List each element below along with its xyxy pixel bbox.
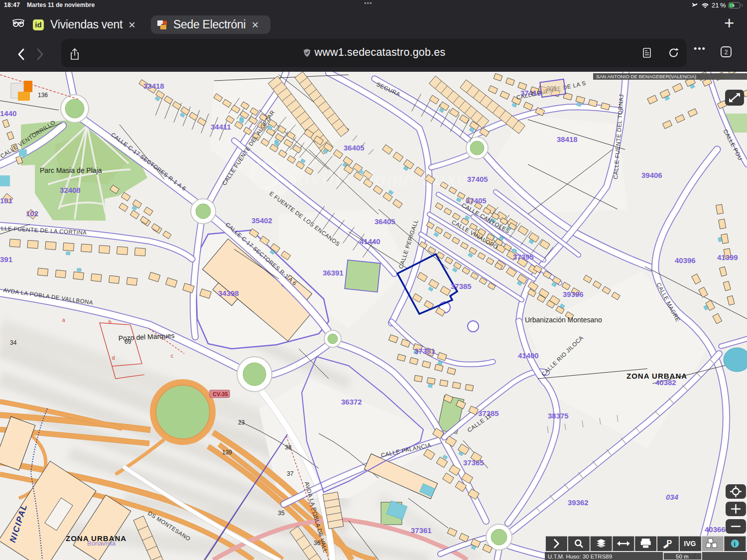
svg-text:41440: 41440 xyxy=(360,237,380,246)
svg-text:69: 69 xyxy=(124,338,131,345)
svg-text:33418: 33418 xyxy=(143,82,164,90)
svg-text:2: 2 xyxy=(725,49,728,56)
svg-text:38: 38 xyxy=(285,444,292,451)
svg-text:34: 34 xyxy=(10,339,17,346)
svg-text:34398: 34398 xyxy=(218,289,239,297)
svg-text:37385: 37385 xyxy=(451,282,472,290)
svg-text:Bonavista: Bonavista xyxy=(87,540,116,547)
svg-text:41399: 41399 xyxy=(717,253,738,262)
svg-text:36372: 36372 xyxy=(341,398,362,406)
svg-text:37405: 37405 xyxy=(467,175,488,183)
svg-text:36405: 36405 xyxy=(374,217,395,226)
svg-text:37395: 37395 xyxy=(513,253,534,261)
svg-text:37405: 37405 xyxy=(466,196,487,205)
svg-text:101: 101 xyxy=(0,196,12,205)
svg-text:39362: 39362 xyxy=(568,498,589,507)
svg-text:ZONA URBANA: ZONA URBANA xyxy=(626,372,687,380)
svg-text:Savills Home Luxe: Savills Home Luxe xyxy=(286,166,468,190)
svg-text:Urbanización Montesano: Urbanización Montesano xyxy=(525,316,602,324)
svg-text:37361: 37361 xyxy=(411,526,432,535)
svg-text:1440: 1440 xyxy=(0,109,16,118)
svg-text:36405: 36405 xyxy=(344,143,365,152)
svg-text:38418: 38418 xyxy=(557,135,578,143)
svg-text:c: c xyxy=(171,353,173,359)
svg-text:a: a xyxy=(62,317,65,323)
svg-text:38375: 38375 xyxy=(548,412,569,420)
svg-text:SAN ANTONIO DE BENAGEBER(VALEN: SAN ANTONIO DE BENAGEBER(VALENCIA) xyxy=(596,74,696,79)
svg-text:41400: 41400 xyxy=(518,351,539,360)
svg-text:40396: 40396 xyxy=(675,256,696,265)
svg-text:034: 034 xyxy=(666,493,679,501)
svg-text:32408: 32408 xyxy=(60,186,81,194)
svg-text:d: d xyxy=(112,355,115,361)
svg-text:34411: 34411 xyxy=(211,123,231,131)
svg-text:35: 35 xyxy=(278,510,285,517)
svg-text:39396: 39396 xyxy=(563,290,584,298)
svg-text:50 m: 50 m xyxy=(676,554,689,560)
svg-text:CV-35: CV-35 xyxy=(213,391,228,397)
svg-text:IVG: IVG xyxy=(684,540,696,548)
svg-text:Parc Masia de Plaja: Parc Masia de Plaja xyxy=(40,166,102,174)
svg-text:37: 37 xyxy=(287,470,294,477)
svg-text:35402: 35402 xyxy=(251,216,272,225)
svg-text:U.T.M. Huso: 30 ETRS89: U.T.M. Huso: 30 ETRS89 xyxy=(548,554,612,560)
svg-text:37365: 37365 xyxy=(463,458,484,467)
svg-text:36391: 36391 xyxy=(323,269,344,277)
svg-text:136: 136 xyxy=(38,92,48,99)
svg-text:139: 139 xyxy=(222,449,232,456)
svg-text:40366: 40366 xyxy=(705,525,726,534)
svg-text:b: b xyxy=(109,319,112,325)
svg-text:102: 102 xyxy=(26,209,38,218)
svg-text:39406: 39406 xyxy=(641,171,662,179)
svg-text:391: 391 xyxy=(0,255,12,264)
svg-text:23: 23 xyxy=(238,419,245,426)
svg-text:21 %: 21 % xyxy=(712,1,726,9)
svg-text:37381: 37381 xyxy=(414,347,435,355)
